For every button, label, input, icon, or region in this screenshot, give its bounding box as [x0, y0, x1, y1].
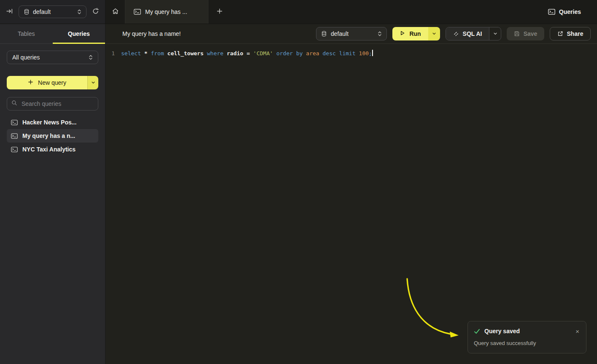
- saved-query-item[interactable]: Hacker News Pos...: [7, 116, 98, 129]
- main-panel: My query has a name! default: [105, 24, 597, 364]
- tab-label: My query has ...: [145, 8, 187, 15]
- saved-queries-list: Hacker News Pos... My query has a n...: [7, 116, 98, 156]
- terminal-icon: [548, 9, 555, 15]
- down-chevron-icon: [432, 30, 436, 38]
- sql-ai-button[interactable]: SQL AI: [446, 27, 489, 40]
- sidebar-tab-queries[interactable]: Queries: [53, 24, 105, 43]
- sql-token-keyword: where: [207, 50, 227, 57]
- collapse-sidebar-button[interactable]: [6, 8, 13, 16]
- body: Tables Queries All queries: [0, 24, 597, 364]
- plus-icon: [28, 79, 33, 86]
- sql-token-punct: ;: [369, 50, 372, 57]
- run-button[interactable]: Run: [392, 27, 428, 40]
- sidebar-tab-tables-label: Tables: [18, 30, 35, 37]
- saved-query-item[interactable]: My query has a n...: [7, 129, 98, 143]
- toolbar-database-selector[interactable]: default: [316, 27, 387, 40]
- sql-ai-split-button: SQL AI: [446, 27, 501, 40]
- new-query-split-button: New query: [7, 76, 98, 89]
- save-icon: [514, 31, 520, 37]
- sidebar-content: All queries New query: [0, 44, 105, 163]
- plus-icon: [216, 8, 223, 16]
- code-line: 1 select * from cell_towers where radio …: [105, 49, 597, 58]
- search-queries-input[interactable]: [21, 100, 94, 108]
- new-tab-button[interactable]: [208, 0, 230, 24]
- saved-query-item[interactable]: NYC Taxi Analytics: [7, 143, 98, 156]
- tab-my-query[interactable]: My query has ...: [125, 0, 208, 24]
- query-toolbar: default: [316, 27, 591, 40]
- text-cursor: [372, 50, 373, 56]
- new-query-label: New query: [38, 79, 66, 86]
- sql-token-operator: =: [246, 50, 253, 57]
- play-icon: [400, 30, 405, 37]
- sql-ai-label: SQL AI: [463, 30, 482, 37]
- search-queries-field: [7, 97, 98, 111]
- collapse-sidebar-icon: [6, 8, 13, 16]
- terminal-icon: [11, 120, 18, 125]
- toast-close-button[interactable]: ×: [575, 328, 580, 334]
- down-chevron-icon: [91, 79, 95, 86]
- sidebar-tab-queries-label: Queries: [68, 30, 90, 37]
- queries-indicator-label: Queries: [559, 8, 581, 15]
- topbar: default: [0, 0, 597, 24]
- query-title: My query has a name!: [122, 30, 181, 37]
- saved-query-label: My query has a n...: [22, 132, 75, 139]
- terminal-icon: [134, 9, 141, 15]
- share-button[interactable]: Share: [550, 27, 591, 40]
- save-label: Save: [524, 30, 538, 37]
- sql-token-operator: *: [144, 50, 151, 57]
- sql-ai-dropdown-button[interactable]: [489, 27, 501, 40]
- sql-editor[interactable]: 1 select * from cell_towers where radio …: [105, 44, 597, 364]
- terminal-icon: [11, 147, 18, 152]
- search-icon: [11, 100, 17, 108]
- query-header: My query has a name! default: [105, 24, 597, 44]
- sql-token-builtin: area: [306, 50, 322, 57]
- save-button[interactable]: Save: [507, 27, 544, 40]
- terminal-icon: [11, 133, 18, 139]
- updown-chevron-icon: [89, 54, 93, 60]
- sql-token-keyword: by: [296, 50, 306, 57]
- query-filter-select[interactable]: All queries: [7, 51, 98, 64]
- run-dropdown-button[interactable]: [428, 27, 440, 40]
- new-query-dropdown-button[interactable]: [87, 76, 98, 89]
- down-chevron-icon: [493, 30, 497, 38]
- queries-indicator[interactable]: Queries: [548, 0, 597, 24]
- sidebar-tab-tables[interactable]: Tables: [0, 24, 53, 43]
- database-icon: [24, 9, 30, 15]
- sql-token-keyword: order: [276, 50, 296, 57]
- sql-token-string: 'CDMA': [253, 50, 276, 57]
- home-icon: [112, 8, 119, 16]
- saved-query-label: Hacker News Pos...: [22, 119, 76, 126]
- sql-code: select * from cell_towers where radio = …: [121, 49, 373, 58]
- close-icon: ×: [575, 328, 579, 335]
- refresh-button[interactable]: [92, 8, 99, 16]
- new-query-button[interactable]: New query: [7, 76, 87, 89]
- check-icon: [474, 329, 480, 334]
- sql-console-app: default: [0, 0, 597, 364]
- query-filter-value: All queries: [12, 54, 40, 61]
- toolbar-database-value: default: [331, 30, 348, 37]
- home-button[interactable]: [105, 0, 125, 24]
- sparkles-icon: [453, 31, 459, 37]
- sql-token-keyword: limit: [339, 50, 359, 57]
- line-number: 1: [105, 49, 115, 58]
- toast-message: Query saved successfully: [474, 340, 580, 346]
- updown-chevron-icon: [77, 9, 81, 15]
- sql-token-keyword: desc: [323, 50, 339, 57]
- sidebar-tabs: Tables Queries: [0, 24, 105, 44]
- sidebar: Tables Queries All queries: [0, 24, 105, 364]
- database-icon: [321, 31, 327, 37]
- updown-chevron-icon: [378, 31, 382, 37]
- sql-token-keyword: from: [151, 50, 167, 57]
- run-split-button: Run: [392, 27, 440, 40]
- tab-bar: My query has ... Queries: [105, 0, 597, 24]
- topbar-database-selector[interactable]: default: [19, 5, 86, 18]
- toast-query-saved: Query saved × Query saved successfully: [467, 321, 586, 353]
- sql-token-identifier: cell_towers: [167, 50, 207, 57]
- share-label: Share: [567, 30, 583, 37]
- saved-query-label: NYC Taxi Analytics: [22, 146, 76, 153]
- topbar-database-value: default: [33, 8, 51, 15]
- toast-title: Query saved: [484, 328, 520, 334]
- run-label: Run: [409, 30, 421, 37]
- topbar-left: default: [0, 0, 105, 24]
- refresh-icon: [92, 8, 99, 16]
